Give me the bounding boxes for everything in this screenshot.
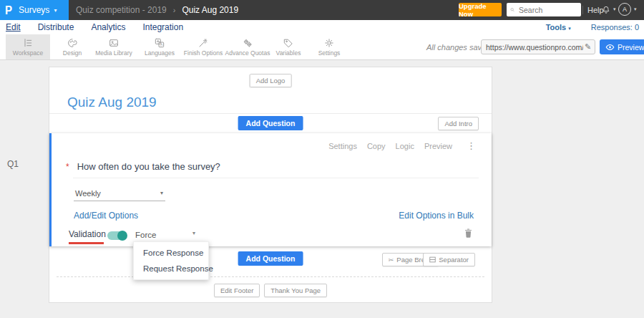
tab-analytics[interactable]: Analytics bbox=[91, 22, 125, 32]
tab-distribute[interactable]: Distribute bbox=[38, 22, 74, 32]
validation-label: Validation bbox=[69, 229, 106, 239]
tools-menu[interactable]: Tools▾ bbox=[546, 23, 571, 32]
toolbar-item-workspace[interactable]: Workspace bbox=[6, 34, 50, 59]
bell-icon bbox=[601, 4, 611, 16]
question-block: Settings Copy Logic Preview ⋮ * How ofte… bbox=[49, 133, 492, 246]
chevron-down-icon: ▾ bbox=[568, 26, 571, 31]
required-asterisk: * bbox=[66, 162, 69, 172]
delete-question-button[interactable] bbox=[464, 228, 473, 241]
validation-toggle[interactable] bbox=[107, 231, 127, 240]
magic-wand-icon bbox=[197, 37, 209, 49]
gear-icon bbox=[323, 37, 335, 49]
edit-footer-button[interactable]: Edit Footer bbox=[214, 284, 260, 297]
toolbar-item-advance-quotas[interactable]: Advance Quotas bbox=[225, 34, 270, 59]
preview-button[interactable]: Preview bbox=[600, 39, 644, 54]
menu-item-request-response[interactable]: Request Response bbox=[134, 261, 208, 276]
tab-edit[interactable]: Edit bbox=[6, 22, 21, 32]
chevron-down-icon: ▾ bbox=[54, 7, 57, 14]
question-actions: Settings Copy Logic Preview ⋮ bbox=[328, 140, 476, 151]
questionpro-survey-editor: P Surveys ▾ Quiz competition - 2019 › Qu… bbox=[0, 0, 644, 318]
survey-url-input[interactable] bbox=[482, 42, 585, 52]
image-icon bbox=[108, 37, 119, 49]
survey-title[interactable]: Quiz Aug 2019 bbox=[67, 95, 157, 110]
toolbar-item-design[interactable]: Design bbox=[50, 34, 94, 59]
global-search[interactable] bbox=[507, 3, 581, 16]
translate-icon: A bbox=[154, 37, 165, 49]
trash-icon bbox=[464, 228, 473, 238]
answer-dropdown[interactable]: Weekly ▾ bbox=[74, 188, 165, 201]
validation-red-underline bbox=[69, 242, 104, 244]
chevron-down-icon: ▾ bbox=[634, 6, 637, 12]
svg-text:A: A bbox=[160, 42, 163, 47]
eye-icon bbox=[605, 44, 615, 51]
add-intro-button[interactable]: Add Intro bbox=[438, 117, 479, 130]
quotas-gears-icon bbox=[242, 37, 253, 49]
surveys-product-menu[interactable]: P Surveys ▾ bbox=[0, 0, 69, 20]
question-preview-link[interactable]: Preview bbox=[424, 142, 452, 150]
breadcrumb-separator: › bbox=[173, 6, 176, 14]
scissors-icon: ✂ bbox=[389, 256, 394, 264]
search-input[interactable] bbox=[517, 5, 577, 15]
responses-count[interactable]: Responses: 0 bbox=[591, 23, 639, 32]
breadcrumb-parent[interactable]: Quiz competition - 2019 bbox=[76, 5, 167, 15]
add-logo-button[interactable]: Add Logo bbox=[250, 74, 292, 87]
chevron-down-icon: ▾ bbox=[160, 190, 163, 196]
toolbar-item-languages[interactable]: A Languages bbox=[137, 34, 182, 59]
upgrade-now-button[interactable]: Upgrade Now bbox=[459, 3, 502, 16]
add-question-button-bottom[interactable]: Add Question bbox=[238, 251, 303, 266]
nav-right: Tools▾ Responses: 0 bbox=[546, 20, 639, 34]
menu-item-force-response[interactable]: Force Response bbox=[134, 245, 208, 261]
search-icon bbox=[510, 6, 514, 14]
edit-options-in-bulk-link[interactable]: Edit Options in Bulk bbox=[399, 211, 474, 221]
question-copy-link[interactable]: Copy bbox=[367, 142, 386, 150]
footer-dashed-divider bbox=[57, 276, 484, 277]
questionpro-logo: P bbox=[5, 4, 12, 16]
editor-toolbar: Workspace Design Media Library A bbox=[0, 34, 644, 60]
question-settings-link[interactable]: Settings bbox=[328, 142, 357, 150]
separator-icon bbox=[429, 256, 436, 263]
breadcrumb: Quiz competition - 2019 › Quiz Aug 2019 bbox=[76, 0, 238, 20]
question-text-underline bbox=[73, 178, 479, 178]
toolbar-item-settings[interactable]: Settings bbox=[307, 34, 351, 59]
topbar-divider bbox=[582, 6, 583, 14]
chevron-down-icon: ▾ bbox=[192, 230, 195, 236]
header-divider bbox=[49, 113, 492, 114]
account-avatar[interactable]: A bbox=[618, 3, 631, 16]
edit-url-pencil-icon[interactable]: ✎ bbox=[585, 42, 591, 52]
tab-integration[interactable]: Integration bbox=[142, 22, 183, 32]
footer-row: Edit Footer Thank You Page bbox=[49, 284, 492, 297]
answer-dropdown-value: Weekly bbox=[75, 189, 101, 198]
palette-icon bbox=[67, 37, 78, 49]
survey-url-box[interactable]: ✎ bbox=[481, 39, 595, 54]
add-edit-options-link[interactable]: Add/Edit Options bbox=[74, 211, 138, 221]
more-options-icon[interactable]: ⋮ bbox=[467, 140, 476, 151]
thank-you-page-button[interactable]: Thank You Page bbox=[264, 284, 327, 297]
response-mode-menu: Force Response Request Response bbox=[133, 241, 209, 280]
notifications-button[interactable] bbox=[601, 4, 611, 19]
question-index-label: Q1 bbox=[7, 159, 19, 169]
toolbar-item-variables[interactable]: Variables bbox=[266, 34, 311, 59]
product-name: Surveys bbox=[19, 5, 49, 15]
breadcrumb-current: Quiz Aug 2019 bbox=[182, 5, 238, 15]
separator-button[interactable]: Separator bbox=[423, 253, 475, 266]
toolbar-item-finish-options[interactable]: Finish Options bbox=[181, 34, 225, 59]
nav-tabs: Edit Distribute Analytics Integration bbox=[6, 20, 183, 34]
chevron-down-icon: ▾ bbox=[613, 6, 616, 12]
top-bar: P Surveys ▾ Quiz competition - 2019 › Qu… bbox=[0, 0, 644, 20]
add-question-button-top[interactable]: Add Question bbox=[238, 116, 303, 130]
toolbar-item-media-library[interactable]: Media Library bbox=[92, 34, 136, 59]
tag-icon bbox=[283, 37, 294, 49]
workspace-icon bbox=[22, 37, 34, 49]
question-text[interactable]: How often do you take the survey? bbox=[77, 161, 220, 172]
question-text-row: * How often do you take the survey? bbox=[66, 161, 220, 172]
survey-card: Add Logo Quiz Aug 2019 Add Question Add … bbox=[49, 67, 492, 303]
section-nav: Edit Distribute Analytics Integration To… bbox=[0, 20, 644, 34]
toggle-knob bbox=[117, 231, 127, 241]
question-logic-link[interactable]: Logic bbox=[396, 142, 414, 150]
